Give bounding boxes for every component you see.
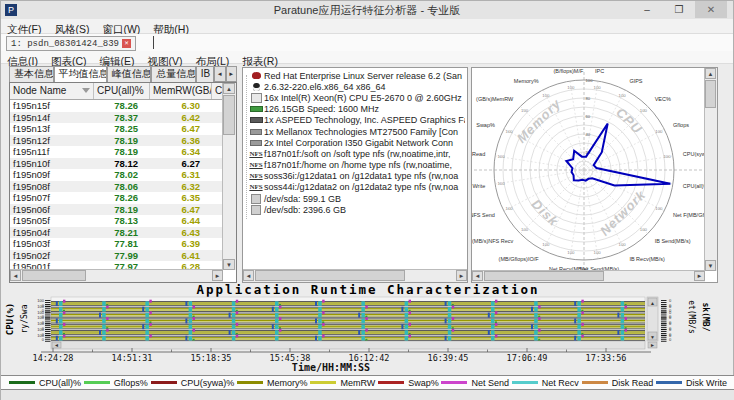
scroll-right-icon[interactable]: ► xyxy=(212,270,223,281)
stats-tab-2[interactable]: 峰值信息 xyxy=(107,66,152,82)
system-info-text: soss36i:/g12data1 on /g12data1 type nfs … xyxy=(264,171,458,181)
radar-horizontal-scrollbar[interactable]: ◄ ► xyxy=(472,270,705,282)
scroll-down-icon[interactable]: ▼ xyxy=(223,259,235,270)
legend-label: CPU(sywa)% xyxy=(181,378,235,388)
cell-node-name: f195n06f xyxy=(10,204,94,216)
scroll-thumb[interactable] xyxy=(255,270,405,281)
legend-item[interactable]: Disk Read xyxy=(582,378,654,388)
system-info-item[interactable]: NFSf187n01f:/soft on /soft type nfs (rw,… xyxy=(248,148,465,159)
table-row[interactable]: f195n07f78.266.35 xyxy=(10,192,236,204)
scroll-thumb[interactable] xyxy=(705,80,716,108)
legend-item[interactable]: Disk Write xyxy=(656,378,727,388)
svg-text:100: 100 xyxy=(663,154,671,159)
svg-text:(MB/s)NFS Recv: (MB/s)NFS Recv xyxy=(472,238,514,244)
filter-icon[interactable] xyxy=(82,88,90,93)
table-row[interactable]: f195n04f78.216.43 xyxy=(10,227,236,239)
column-header-2[interactable]: MemRW(GB/s) xyxy=(150,83,212,99)
system-info-item[interactable]: 126.15GB Speed: 1600 MHz xyxy=(248,104,465,115)
scroll-thumb[interactable] xyxy=(22,270,86,281)
stats-tab-0[interactable]: 基本信息 xyxy=(9,66,54,82)
table-row[interactable]: f195n06f78.196.47 xyxy=(10,204,236,216)
legend-item[interactable]: CPU(sywa)% xyxy=(151,378,235,388)
cell-cpu: 77.99 xyxy=(94,250,150,262)
disk-icon xyxy=(251,194,261,204)
table-row[interactable]: f195n08f78.066.32 xyxy=(10,181,236,193)
scroll-down-icon[interactable]: ▼ xyxy=(705,260,716,271)
system-info-item[interactable]: NFSsoss36i:/g12data1 on /g12data1 type n… xyxy=(248,171,465,182)
system-info-item[interactable]: NFSsoss44i:/g12data2 on /g12data2 type n… xyxy=(248,182,465,193)
system-info-item[interactable]: NFSf187n01f:/home on /home type nfs (rw,… xyxy=(248,160,465,171)
scroll-left-icon[interactable]: ◄ xyxy=(472,271,483,281)
scroll-left-icon[interactable]: ◄ xyxy=(10,270,21,281)
system-info-panel: Red Hat Enterprise Linux Server release … xyxy=(242,67,468,283)
system-info-item[interactable]: 2.6.32-220.el6.x86_64 x86_64 xyxy=(248,81,465,92)
cell-cpu: 78.26 xyxy=(94,100,150,112)
tab-close-icon[interactable]: ✕ xyxy=(122,39,131,48)
stats-tab-4[interactable]: IB xyxy=(196,66,214,82)
scroll-thumb[interactable] xyxy=(484,271,604,281)
table-row[interactable]: f195n14f78.376.42 xyxy=(10,112,236,124)
legend-item[interactable]: Net Recv xyxy=(512,378,579,388)
legend-item[interactable]: MemRW xyxy=(310,378,375,388)
legend-item[interactable]: Net Send xyxy=(441,378,509,388)
table-row[interactable]: f195n11f78.196.34 xyxy=(10,146,236,158)
svg-text:Time/HH:MM:SS: Time/HH:MM:SS xyxy=(292,362,370,373)
system-info-item[interactable]: 16x Intel(R) Xeon(R) CPU E5-2670 0 @ 2.6… xyxy=(248,92,465,103)
tab-scroll-left-icon[interactable]: ◄ xyxy=(214,66,226,82)
window-title: Paratune应用运行特征分析器 - 专业版 xyxy=(1,3,733,18)
nfs-icon: NFS xyxy=(249,172,262,180)
stats-tab-1[interactable]: 平均值信息 xyxy=(54,66,107,82)
menu2-item-5[interactable]: 报表(R) xyxy=(242,55,278,67)
table-body: f195n15f78.266.30f195n14f78.376.42f195n1… xyxy=(10,100,236,273)
scroll-thumb[interactable] xyxy=(223,95,235,135)
main-menu-bar: 文件(F)风格(S)窗口(W)帮助(H) xyxy=(1,19,733,34)
info-horizontal-scrollbar[interactable]: ◄ ► xyxy=(243,269,467,282)
table-row[interactable]: f195n03f77.816.39 xyxy=(10,238,236,250)
cell-node-name: f195n05f xyxy=(10,215,94,227)
scroll-up-icon[interactable]: ▲ xyxy=(705,68,716,79)
table-vertical-scrollbar[interactable]: ▲ ▼ xyxy=(222,83,236,270)
table-row[interactable]: f195n02f77.996.41 xyxy=(10,250,236,262)
legend-item[interactable]: Gflops% xyxy=(84,378,148,388)
column-header-1[interactable]: CPU(all)% xyxy=(94,83,150,99)
stats-tab-3[interactable]: 总量信息 xyxy=(151,66,196,82)
tab-scroll-right-icon[interactable]: ► xyxy=(226,66,238,82)
table-row[interactable]: f195n12f78.196.36 xyxy=(10,135,236,147)
svg-text:40: 40 xyxy=(586,132,591,137)
cell-node-name: f195n03f xyxy=(10,238,94,250)
legend-label: Swap% xyxy=(408,378,439,388)
scroll-right-icon[interactable]: ► xyxy=(694,271,705,281)
close-button[interactable]: ✕ xyxy=(695,1,727,18)
legend-item[interactable]: Memory% xyxy=(237,378,308,388)
column-header-0[interactable]: Node Name xyxy=(10,83,94,99)
svg-text:100: 100 xyxy=(640,108,648,113)
svg-text:sk(MB/: sk(MB/ xyxy=(701,303,710,332)
legend-item[interactable]: CPU(all)% xyxy=(9,378,81,388)
scroll-right-icon[interactable]: ► xyxy=(456,270,467,281)
table-horizontal-scrollbar[interactable]: ◄ ► xyxy=(10,269,223,282)
scroll-left-icon[interactable]: ◄ xyxy=(243,270,254,281)
cell-cpu: 78.19 xyxy=(94,204,150,216)
system-info-item[interactable]: Red Hat Enterprise Linux Server release … xyxy=(248,70,465,81)
system-info-item[interactable]: /dev/sdb: 2396.6 GB xyxy=(248,204,465,215)
document-tab[interactable]: 1: psdn_08301424_839 ✕ xyxy=(6,36,136,51)
runtime-strip-chart: Application Runtime Characterization1000… xyxy=(1,284,734,374)
system-info-item[interactable]: 2x Intel Corporation I350 Gigabit Networ… xyxy=(248,137,465,148)
svg-text:GIPS: GIPS xyxy=(629,78,642,84)
minimize-button[interactable]: – xyxy=(633,1,661,18)
maximize-button[interactable]: ❐ xyxy=(665,1,693,18)
system-info-item[interactable]: 1x Mellanox Technologies MT27500 Family … xyxy=(248,126,465,137)
svg-text:►: ► xyxy=(650,342,655,348)
svg-text:14:51:31: 14:51:31 xyxy=(112,353,153,363)
system-info-item[interactable]: 1x ASPEED Technology, Inc. ASPEED Graphi… xyxy=(248,115,465,126)
radar-vertical-scrollbar[interactable]: ▲ ▼ xyxy=(704,68,717,271)
table-row[interactable]: f195n15f78.266.30 xyxy=(10,100,236,112)
table-row[interactable]: f195n05f78.136.44 xyxy=(10,215,236,227)
scroll-up-icon[interactable]: ▲ xyxy=(223,83,235,94)
table-row[interactable]: f195n09f78.026.31 xyxy=(10,169,236,181)
legend-item[interactable]: Swap% xyxy=(378,378,439,388)
table-row[interactable]: f195n13f78.256.47 xyxy=(10,123,236,135)
system-info-text: soss44i:/g12data2 on /g12data2 type nfs … xyxy=(264,182,458,192)
table-row[interactable]: f195n10f78.126.27 xyxy=(10,158,236,170)
system-info-item[interactable]: /dev/sda: 599.1 GB xyxy=(248,193,465,204)
